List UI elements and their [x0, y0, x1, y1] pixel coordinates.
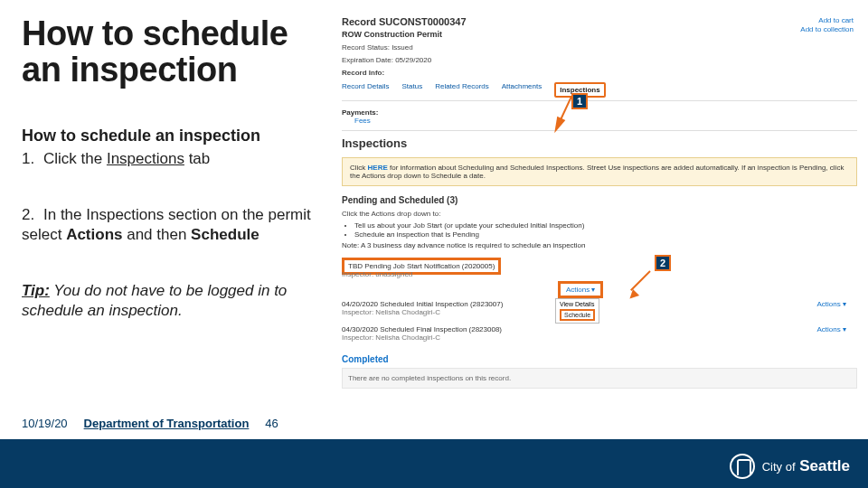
footer-page: 46	[265, 417, 278, 430]
slide-title: How to schedulean inspection	[22, 16, 334, 89]
menu-view-details[interactable]: View Details	[560, 301, 595, 307]
pending-heading: Pending and Scheduled (3)	[342, 195, 857, 205]
record-tabs: Record Details Status Related Records At…	[342, 82, 857, 101]
here-link[interactable]: HERE	[368, 164, 388, 172]
actions-dropdown[interactable]: Actions ▾	[558, 281, 603, 298]
record-info-label: Record Info:	[342, 69, 857, 77]
info-banner: Click HERE for information about Schedul…	[342, 157, 857, 186]
step-2: 2.In the Inspections section on the perm…	[22, 205, 334, 245]
payments-label: Payments:	[342, 108, 857, 117]
screenshot-panel: Add to cart Add to collection Record SUC…	[342, 16, 857, 405]
completed-heading: Completed	[342, 354, 857, 364]
seal-icon	[730, 454, 755, 479]
inspection-row-1: TBD Pending Job Start Notification (2020…	[342, 262, 857, 278]
record-expire: Expiration Date: 05/29/2020	[342, 56, 857, 64]
record-type: ROW Construction Permit	[342, 30, 857, 39]
advance-note: Note: A 3 business day advance notice is…	[342, 241, 857, 249]
actions-link-3[interactable]: Actions ▾	[817, 325, 846, 342]
callout-2: 2	[655, 255, 671, 271]
add-links: Add to cart Add to collection	[800, 16, 854, 35]
footer-text: 10/19/20 Department of Transportation 46	[22, 417, 278, 430]
actions-menu: View Details Schedule	[555, 298, 599, 324]
footer-dept: Department of Transportation	[84, 417, 250, 430]
city-logo: City of Seattle	[730, 454, 850, 479]
callout-1: 1	[571, 93, 588, 109]
tab-attachments[interactable]: Attachments	[502, 82, 542, 98]
record-status: Record Status: Issued	[342, 43, 857, 52]
actions-bullets: Tell us about your Job Start (or update …	[354, 221, 857, 239]
inspections-heading: Inspections	[342, 136, 857, 150]
footer-date: 10/19/20	[22, 417, 68, 430]
menu-schedule[interactable]: Schedule	[560, 309, 595, 321]
tab-status[interactable]: Status	[401, 82, 422, 98]
tab-related[interactable]: Related Records	[435, 82, 489, 98]
tab-record-details[interactable]: Record Details	[342, 82, 389, 98]
actions-intro: Click the Actions drop down to:	[342, 210, 857, 218]
section-subhead: How to schedule an inspection	[22, 127, 334, 145]
record-heading: Record SUCONST0000347	[342, 16, 857, 27]
actions-link-2[interactable]: Actions ▾	[817, 300, 846, 316]
inspection-row-3: 04/30/2020 Scheduled Final Inspection (2…	[342, 325, 857, 342]
step-1: 1.Click the Inspections tab	[22, 149, 334, 169]
fees-link[interactable]: Fees	[354, 117, 857, 125]
no-completed-msg: There are no completed inspections on th…	[342, 368, 857, 389]
tip-text: Tip: You do not have to be logged in to …	[22, 281, 334, 321]
